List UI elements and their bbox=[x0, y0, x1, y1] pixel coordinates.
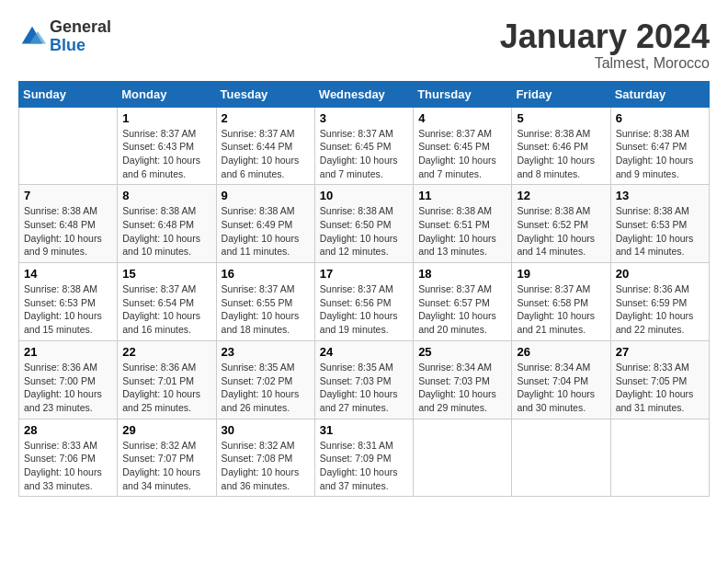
col-header-sunday: Sunday bbox=[19, 81, 118, 107]
logo-text: General Blue bbox=[50, 18, 111, 55]
col-header-saturday: Saturday bbox=[610, 81, 709, 107]
col-header-friday: Friday bbox=[512, 81, 610, 107]
day-info: Sunrise: 8:37 AMSunset: 6:57 PMDaylight:… bbox=[418, 282, 506, 337]
day-info: Sunrise: 8:38 AMSunset: 6:53 PMDaylight:… bbox=[24, 282, 112, 337]
day-cell: 19Sunrise: 8:37 AMSunset: 6:58 PMDayligh… bbox=[512, 263, 610, 341]
day-cell: 28Sunrise: 8:33 AMSunset: 7:06 PMDayligh… bbox=[19, 419, 118, 497]
day-number: 1 bbox=[122, 111, 210, 125]
day-number: 4 bbox=[418, 111, 506, 125]
day-number: 21 bbox=[24, 345, 112, 359]
day-info: Sunrise: 8:34 AMSunset: 7:04 PMDaylight:… bbox=[517, 361, 605, 415]
col-header-thursday: Thursday bbox=[414, 81, 512, 107]
day-info: Sunrise: 8:38 AMSunset: 6:50 PMDaylight:… bbox=[320, 204, 408, 259]
day-info: Sunrise: 8:33 AMSunset: 7:06 PMDaylight:… bbox=[24, 439, 112, 493]
day-cell: 30Sunrise: 8:32 AMSunset: 7:08 PMDayligh… bbox=[216, 419, 314, 497]
day-number: 16 bbox=[222, 267, 310, 281]
day-info: Sunrise: 8:37 AMSunset: 6:55 PMDaylight:… bbox=[222, 282, 310, 337]
day-info: Sunrise: 8:37 AMSunset: 6:45 PMDaylight:… bbox=[320, 127, 408, 181]
day-info: Sunrise: 8:35 AMSunset: 7:03 PMDaylight:… bbox=[320, 361, 408, 415]
col-header-tuesday: Tuesday bbox=[216, 81, 314, 107]
day-cell: 9Sunrise: 8:38 AMSunset: 6:49 PMDaylight… bbox=[216, 185, 314, 263]
day-cell: 11Sunrise: 8:38 AMSunset: 6:51 PMDayligh… bbox=[414, 185, 512, 263]
day-cell: 6Sunrise: 8:38 AMSunset: 6:47 PMDaylight… bbox=[610, 107, 709, 185]
day-number: 25 bbox=[418, 345, 506, 359]
day-cell bbox=[414, 419, 512, 497]
logo: General Blue bbox=[18, 18, 111, 55]
header-row: SundayMondayTuesdayWednesdayThursdayFrid… bbox=[19, 81, 710, 107]
day-number: 26 bbox=[517, 345, 605, 359]
day-info: Sunrise: 8:31 AMSunset: 7:09 PMDaylight:… bbox=[320, 439, 408, 493]
day-number: 27 bbox=[616, 345, 704, 359]
day-info: Sunrise: 8:35 AMSunset: 7:02 PMDaylight:… bbox=[222, 361, 310, 415]
day-number: 23 bbox=[222, 345, 310, 359]
day-info: Sunrise: 8:38 AMSunset: 6:46 PMDaylight:… bbox=[517, 127, 605, 181]
day-number: 2 bbox=[222, 111, 310, 125]
day-number: 24 bbox=[320, 345, 408, 359]
day-info: Sunrise: 8:37 AMSunset: 6:43 PMDaylight:… bbox=[122, 127, 210, 181]
day-cell: 3Sunrise: 8:37 AMSunset: 6:45 PMDaylight… bbox=[314, 107, 413, 185]
day-info: Sunrise: 8:37 AMSunset: 6:54 PMDaylight:… bbox=[122, 282, 210, 337]
day-info: Sunrise: 8:37 AMSunset: 6:45 PMDaylight:… bbox=[418, 127, 506, 181]
day-cell: 1Sunrise: 8:37 AMSunset: 6:43 PMDaylight… bbox=[118, 107, 216, 185]
day-cell: 16Sunrise: 8:37 AMSunset: 6:55 PMDayligh… bbox=[216, 263, 314, 341]
day-cell bbox=[19, 107, 118, 185]
day-cell: 24Sunrise: 8:35 AMSunset: 7:03 PMDayligh… bbox=[314, 340, 413, 419]
day-info: Sunrise: 8:33 AMSunset: 7:05 PMDaylight:… bbox=[616, 361, 704, 415]
day-number: 6 bbox=[616, 111, 704, 125]
day-info: Sunrise: 8:37 AMSunset: 6:58 PMDaylight:… bbox=[517, 282, 605, 337]
day-info: Sunrise: 8:37 AMSunset: 6:44 PMDaylight:… bbox=[222, 127, 310, 181]
day-info: Sunrise: 8:36 AMSunset: 7:01 PMDaylight:… bbox=[122, 361, 210, 415]
day-info: Sunrise: 8:32 AMSunset: 7:08 PMDaylight:… bbox=[222, 439, 310, 493]
day-number: 5 bbox=[517, 111, 605, 125]
day-number: 14 bbox=[24, 267, 112, 281]
day-number: 18 bbox=[418, 267, 506, 281]
day-info: Sunrise: 8:32 AMSunset: 7:07 PMDaylight:… bbox=[122, 439, 210, 493]
week-row-2: 7Sunrise: 8:38 AMSunset: 6:48 PMDaylight… bbox=[19, 185, 710, 263]
day-cell bbox=[512, 419, 610, 497]
day-number: 11 bbox=[418, 189, 506, 202]
day-cell: 29Sunrise: 8:32 AMSunset: 7:07 PMDayligh… bbox=[118, 419, 216, 497]
day-info: Sunrise: 8:38 AMSunset: 6:48 PMDaylight:… bbox=[24, 204, 112, 259]
logo-general: General bbox=[50, 18, 111, 37]
title-block: January 2024 Talmest, Morocco bbox=[500, 18, 710, 72]
day-number: 30 bbox=[222, 423, 310, 437]
day-info: Sunrise: 8:38 AMSunset: 6:52 PMDaylight:… bbox=[517, 204, 605, 259]
day-cell: 13Sunrise: 8:38 AMSunset: 6:53 PMDayligh… bbox=[610, 185, 709, 263]
week-row-4: 21Sunrise: 8:36 AMSunset: 7:00 PMDayligh… bbox=[19, 340, 710, 419]
day-cell: 31Sunrise: 8:31 AMSunset: 7:09 PMDayligh… bbox=[314, 419, 413, 497]
day-cell: 12Sunrise: 8:38 AMSunset: 6:52 PMDayligh… bbox=[512, 185, 610, 263]
day-number: 8 bbox=[122, 189, 210, 202]
day-number: 31 bbox=[320, 423, 408, 437]
day-cell: 5Sunrise: 8:38 AMSunset: 6:46 PMDaylight… bbox=[512, 107, 610, 185]
day-number: 29 bbox=[122, 423, 210, 437]
col-header-wednesday: Wednesday bbox=[314, 81, 413, 107]
day-cell: 8Sunrise: 8:38 AMSunset: 6:48 PMDaylight… bbox=[118, 185, 216, 263]
day-number: 22 bbox=[122, 345, 210, 359]
day-info: Sunrise: 8:38 AMSunset: 6:51 PMDaylight:… bbox=[418, 204, 506, 259]
day-number: 12 bbox=[517, 189, 605, 202]
logo-blue: Blue bbox=[50, 37, 111, 55]
day-cell: 2Sunrise: 8:37 AMSunset: 6:44 PMDaylight… bbox=[216, 107, 314, 185]
day-info: Sunrise: 8:37 AMSunset: 6:56 PMDaylight:… bbox=[320, 282, 408, 337]
day-info: Sunrise: 8:38 AMSunset: 6:48 PMDaylight:… bbox=[122, 204, 210, 259]
logo-icon bbox=[18, 23, 46, 51]
day-number: 17 bbox=[320, 267, 408, 281]
day-number: 28 bbox=[24, 423, 112, 437]
location: Talmest, Morocco bbox=[500, 55, 710, 72]
day-cell: 23Sunrise: 8:35 AMSunset: 7:02 PMDayligh… bbox=[216, 340, 314, 419]
day-number: 3 bbox=[320, 111, 408, 125]
week-row-3: 14Sunrise: 8:38 AMSunset: 6:53 PMDayligh… bbox=[19, 263, 710, 341]
month-title: January 2024 bbox=[500, 18, 710, 55]
day-cell: 15Sunrise: 8:37 AMSunset: 6:54 PMDayligh… bbox=[118, 263, 216, 341]
day-cell: 27Sunrise: 8:33 AMSunset: 7:05 PMDayligh… bbox=[610, 340, 709, 419]
day-info: Sunrise: 8:34 AMSunset: 7:03 PMDaylight:… bbox=[418, 361, 506, 415]
day-cell: 17Sunrise: 8:37 AMSunset: 6:56 PMDayligh… bbox=[314, 263, 413, 341]
day-cell: 21Sunrise: 8:36 AMSunset: 7:00 PMDayligh… bbox=[19, 340, 118, 419]
day-info: Sunrise: 8:38 AMSunset: 6:53 PMDaylight:… bbox=[616, 204, 704, 259]
day-cell bbox=[610, 419, 709, 497]
col-header-monday: Monday bbox=[118, 81, 216, 107]
day-info: Sunrise: 8:36 AMSunset: 7:00 PMDaylight:… bbox=[24, 361, 112, 415]
day-cell: 14Sunrise: 8:38 AMSunset: 6:53 PMDayligh… bbox=[19, 263, 118, 341]
day-number: 19 bbox=[517, 267, 605, 281]
day-cell: 10Sunrise: 8:38 AMSunset: 6:50 PMDayligh… bbox=[314, 185, 413, 263]
